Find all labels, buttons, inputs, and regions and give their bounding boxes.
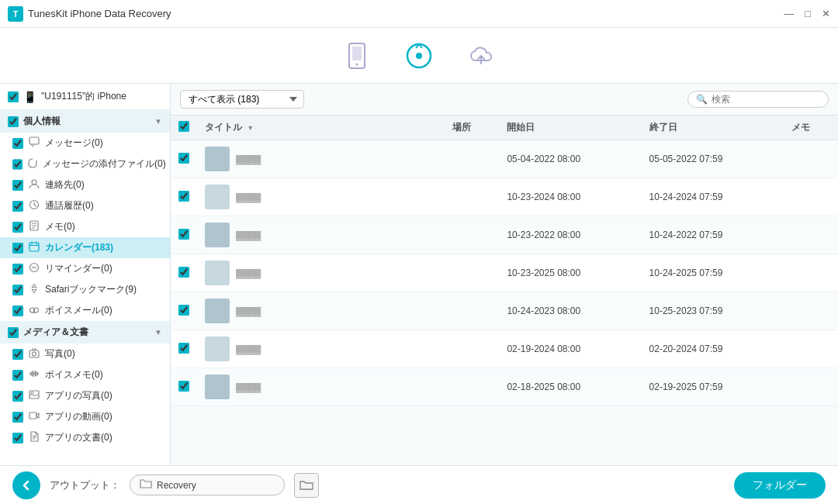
svg-point-26 <box>33 352 36 356</box>
table-row: ▓▓▓▓ 05-04-2022 08:00 05-05-2022 07:59 <box>171 140 838 178</box>
sidebar-item-call-history[interactable]: 通話履歴(0) <box>0 195 170 216</box>
table-row: ▓▓▓▓ 10-23-2022 08:00 10-24-2022 07:59 <box>171 216 838 254</box>
row-checkbox[interactable] <box>178 267 189 278</box>
contacts-checkbox[interactable] <box>12 180 23 191</box>
sidebar-item-reminders[interactable]: リマインダー(0) <box>0 258 170 279</box>
video-icon <box>28 410 40 423</box>
sidebar-item-app-videos[interactable]: アプリの動画(0) <box>0 406 170 427</box>
row-checkbox[interactable] <box>178 229 189 240</box>
reminders-checkbox[interactable] <box>12 264 23 274</box>
select-all-checkbox[interactable] <box>178 121 189 132</box>
svg-point-8 <box>32 180 36 185</box>
cell-title-text: ▓▓▓▓ <box>236 268 261 278</box>
col-checkbox <box>171 116 197 140</box>
reminders-label: リマインダー(0) <box>45 262 113 275</box>
itunes-icon <box>403 40 435 71</box>
app-photos-checkbox[interactable] <box>12 391 23 402</box>
personal-info-section[interactable]: 個人情報 ▼ <box>0 110 170 133</box>
calendar-checkbox[interactable] <box>12 243 23 254</box>
close-button[interactable]: ✕ <box>822 9 830 19</box>
call-history-checkbox[interactable] <box>12 201 23 212</box>
table-row: ▓▓▓▓ 10-23-2024 08:00 10-24-2024 07:59 <box>171 178 838 216</box>
col-memo[interactable]: メモ <box>784 116 838 140</box>
sidebar-item-photos[interactable]: 写真(0) <box>0 343 170 364</box>
messages-checkbox[interactable] <box>12 138 23 149</box>
waveform-icon <box>28 368 40 381</box>
media-checkbox[interactable] <box>8 327 19 338</box>
recover-from-icloud-button[interactable] <box>466 40 497 71</box>
col-start[interactable]: 開始日 <box>499 116 641 140</box>
sidebar-item-app-photos[interactable]: アプリの写真(0) <box>0 385 170 406</box>
personal-info-chevron-icon: ▼ <box>154 117 162 126</box>
messages-label: メッセージ(0) <box>45 136 103 150</box>
sidebar-item-voice-memos[interactable]: ボイスメモ(0) <box>0 364 170 385</box>
notes-checkbox[interactable] <box>12 222 23 233</box>
bottom-bar: アウトプット： Recovery フォルダー <box>0 465 838 504</box>
svg-marker-21 <box>32 289 36 293</box>
calendar-icon <box>28 241 40 254</box>
window-controls[interactable]: — □ ✕ <box>784 9 830 19</box>
safari-icon <box>28 283 40 296</box>
device-row[interactable]: 📱 "U191115"的 iPhone <box>0 84 170 110</box>
title-bar: T TunesKit iPhone Data Recovery — □ ✕ <box>0 0 838 28</box>
col-location[interactable]: 場所 <box>445 116 499 140</box>
voicemail-checkbox[interactable] <box>12 306 23 316</box>
row-checkbox[interactable] <box>178 191 189 202</box>
personal-info-label: 個人情報 <box>23 115 150 128</box>
col-end[interactable]: 終了日 <box>642 116 784 140</box>
sidebar-item-notes[interactable]: メモ(0) <box>0 216 170 237</box>
phone-icon: 📱 <box>23 91 36 103</box>
cell-title-text: ▓▓▓▓ <box>236 230 261 240</box>
voice-memos-checkbox[interactable] <box>12 370 23 381</box>
search-input[interactable] <box>712 94 820 105</box>
app-title: TunesKit iPhone Data Recovery <box>28 8 171 19</box>
photos-checkbox[interactable] <box>12 349 23 360</box>
search-icon: 🔍 <box>696 94 708 105</box>
row-checkbox[interactable] <box>178 153 189 164</box>
sidebar-item-attachments[interactable]: メッセージの添付ファイル(0) <box>0 154 170 174</box>
personal-info-checkbox[interactable] <box>8 116 19 127</box>
device-checkbox[interactable] <box>8 91 19 102</box>
device-icon <box>341 40 372 71</box>
row-checkbox[interactable] <box>178 343 189 354</box>
sidebar-item-app-docs[interactable]: アプリの文書(0) <box>0 427 170 448</box>
app-videos-checkbox[interactable] <box>12 412 23 423</box>
recover-button[interactable]: フォルダー <box>734 472 826 499</box>
filter-select[interactable]: すべて表示 (183) <box>180 90 304 109</box>
reminders-icon <box>28 262 40 275</box>
sidebar-item-messages[interactable]: メッセージ(0) <box>0 133 170 154</box>
row-checkbox[interactable] <box>178 305 189 316</box>
attachments-checkbox[interactable] <box>12 159 23 170</box>
app-docs-checkbox[interactable] <box>12 433 23 444</box>
document-icon <box>28 431 40 444</box>
row-checkbox[interactable] <box>178 381 189 392</box>
cell-title-text: ▓▓▓▓ <box>236 344 261 354</box>
calendar-label: カレンダー(183) <box>45 241 113 254</box>
sidebar-item-contacts[interactable]: 連絡先(0) <box>0 174 170 195</box>
table-row: ▓▓▓▓ 10-23-2025 08:00 10-24-2025 07:59 <box>171 254 838 292</box>
media-section[interactable]: メディア＆文書 ▼ <box>0 321 170 343</box>
cell-title-text: ▓▓▓▓ <box>236 382 261 392</box>
svg-rect-7 <box>29 137 39 144</box>
app-icon: T <box>8 6 23 22</box>
main-layout: 📱 "U191115"的 iPhone 個人情報 ▼ メッセージ(0) メッセー… <box>0 84 838 465</box>
sidebar-item-voicemail[interactable]: ボイスメール(0) <box>0 300 170 321</box>
voicemail-icon <box>28 304 40 317</box>
sidebar-item-calendar[interactable]: カレンダー(183) <box>0 237 170 258</box>
media-label: メディア＆文書 <box>23 326 150 339</box>
recover-from-device-button[interactable] <box>341 40 372 71</box>
svg-point-37 <box>31 392 33 395</box>
col-title[interactable]: タイトル ▼ <box>197 116 445 140</box>
sidebar-item-bookmarks[interactable]: Safariブックマーク(9) <box>0 279 170 300</box>
recover-from-itunes-button[interactable] <box>403 40 435 71</box>
toolbar <box>0 28 838 84</box>
minimize-button[interactable]: — <box>784 9 794 19</box>
restore-button[interactable]: □ <box>805 9 811 19</box>
back-button[interactable] <box>12 471 40 499</box>
browse-folder-button[interactable] <box>294 473 319 498</box>
sidebar: 📱 "U191115"的 iPhone 個人情報 ▼ メッセージ(0) メッセー… <box>0 84 171 465</box>
media-chevron-icon: ▼ <box>154 328 162 337</box>
app-videos-label: アプリの動画(0) <box>45 410 113 423</box>
bookmarks-checkbox[interactable] <box>12 285 23 295</box>
sort-icon: ▼ <box>247 124 254 132</box>
